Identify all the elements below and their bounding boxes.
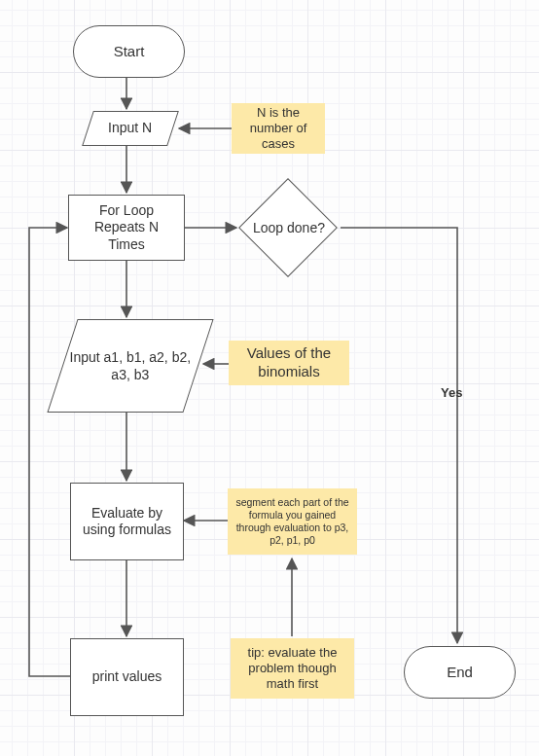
- note-n-desc: N is the number of cases: [232, 103, 325, 154]
- note-segment-text: segment each part of the formula you gai…: [234, 496, 351, 548]
- loop-done-label: Loop done?: [253, 220, 325, 235]
- for-loop-label: For Loop Repeats N Times: [75, 202, 178, 254]
- end-terminator: End: [404, 646, 516, 699]
- start-label: Start: [114, 43, 145, 61]
- note-n-desc-text: N is the number of cases: [237, 105, 319, 153]
- evaluate-label: Evaluate by using formulas: [77, 505, 177, 539]
- input-n-io: Input N: [82, 111, 179, 146]
- yes-edge-label: Yes: [441, 385, 462, 400]
- for-loop-process: For Loop Repeats N Times: [68, 195, 185, 261]
- note-binomials-text: Values of the binomials: [234, 344, 343, 381]
- input-coeffs-io: Input a1, b1, a2, b2, a3, b3: [47, 319, 213, 413]
- input-n-label: Input N: [108, 120, 152, 137]
- note-tip-text: tip: evaluate the problem though math fi…: [236, 645, 348, 693]
- print-values-label: print values: [92, 668, 162, 686]
- input-coeffs-label: Input a1, b1, a2, b2, a3, b3: [67, 349, 194, 383]
- loop-done-decision: Loop done?: [239, 181, 339, 274]
- end-label: End: [447, 664, 473, 682]
- print-values-process: print values: [70, 638, 184, 716]
- note-binomials: Values of the binomials: [229, 341, 349, 385]
- start-terminator: Start: [73, 25, 185, 78]
- note-tip: tip: evaluate the problem though math fi…: [231, 638, 354, 699]
- evaluate-process: Evaluate by using formulas: [70, 483, 184, 560]
- yes-text: Yes: [441, 385, 462, 400]
- note-segment: segment each part of the formula you gai…: [228, 488, 357, 555]
